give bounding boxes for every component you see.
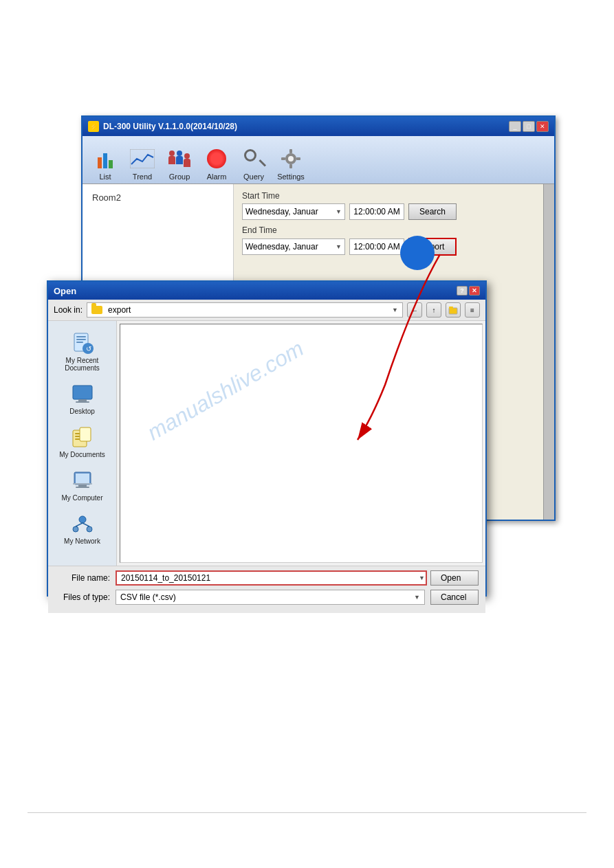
start-date-select[interactable]: Wednesday, Januar ▼: [242, 203, 345, 220]
file-name-dropdown-arrow[interactable]: ▼: [419, 575, 425, 581]
room-item[interactable]: Room2: [88, 190, 228, 205]
my-network-svg: [72, 513, 94, 535]
toolbar-item-group[interactable]: Group: [162, 146, 197, 181]
alarm-icon: [204, 146, 229, 171]
query-label: Query: [243, 173, 264, 181]
place-my-computer[interactable]: My Computer: [48, 464, 116, 507]
toolbar-item-list[interactable]: List: [88, 146, 122, 181]
app-title: DL-300 Utility V.1.1.0.0(2014/10/28): [103, 122, 237, 131]
bottom-separator: [28, 812, 586, 813]
files-of-type-arrow: ▼: [414, 594, 420, 601]
svg-point-30: [79, 516, 86, 523]
nav-up-button[interactable]: ↑: [426, 302, 441, 318]
trend-label: Trend: [133, 173, 152, 181]
svg-point-31: [73, 526, 78, 532]
folder-icon: [91, 306, 102, 314]
svg-rect-27: [78, 485, 87, 487]
my-computer-icon: [72, 469, 94, 491]
file-name-input[interactable]: [116, 570, 427, 586]
files-of-type-row: Files of type: CSV file (*.csv) ▼ Cancel: [55, 590, 479, 605]
app-icon: ⚡: [88, 121, 99, 132]
my-network-label: My Network: [64, 537, 100, 545]
start-date-arrow: ▼: [336, 208, 342, 215]
app-title-left: ⚡ DL-300 Utility V.1.1.0.0(2014/10/28): [88, 121, 237, 132]
svg-rect-5: [281, 157, 285, 160]
open-dialog: Open ? ✕ Look in: export ▼ ← ↑ ≡: [47, 280, 487, 597]
svg-rect-29: [73, 483, 92, 485]
svg-rect-28: [76, 487, 89, 488]
svg-rect-18: [78, 399, 87, 401]
nav-newfolder-button[interactable]: [446, 302, 461, 318]
toolbar-item-alarm[interactable]: Alarm: [199, 146, 234, 181]
files-of-type-label: Files of type:: [55, 592, 110, 602]
settings-label: Settings: [277, 173, 305, 181]
dialog-file-area: [120, 324, 483, 563]
end-date-select[interactable]: Wednesday, Januar ▼: [242, 238, 345, 255]
recent-docs-svg: ↺: [72, 332, 94, 354]
desktop-svg: [72, 383, 94, 405]
svg-rect-8: [449, 308, 457, 314]
maximize-button[interactable]: □: [523, 121, 535, 132]
svg-rect-9: [449, 307, 453, 309]
app-toolbar: List Trend: [83, 136, 554, 184]
alarm-label: Alarm: [207, 173, 227, 181]
place-desktop[interactable]: Desktop: [48, 377, 116, 421]
trend-icon: [130, 146, 155, 171]
place-my-network[interactable]: My Network: [48, 507, 116, 550]
svg-text:↺: ↺: [86, 345, 91, 353]
app-scrollbar[interactable]: [543, 184, 554, 520]
minimize-button[interactable]: _: [509, 121, 521, 132]
nav-back-button[interactable]: ←: [407, 302, 422, 318]
gear-svg: [280, 148, 302, 170]
dialog-cancel-button[interactable]: Cancel: [430, 590, 479, 605]
start-time-section: Start Time Wednesday, Januar ▼ 12:00:00 …: [242, 191, 535, 220]
end-date-arrow: ▼: [336, 243, 342, 250]
group-label: Group: [169, 173, 190, 181]
toolbar-item-settings[interactable]: Settings: [274, 146, 308, 181]
settings-icon: [278, 146, 303, 171]
place-recent-docs[interactable]: ↺ My RecentDocuments: [48, 326, 116, 377]
end-time-spinner[interactable]: 12:00:00 AM: [349, 238, 404, 255]
my-documents-icon: [72, 426, 94, 448]
start-time-spinner[interactable]: 12:00:00 AM: [349, 203, 404, 220]
svg-rect-6: [296, 157, 300, 160]
svg-rect-11: [76, 336, 86, 337]
new-folder-icon: [448, 305, 458, 315]
start-time-row: Wednesday, Januar ▼ 12:00:00 AM Search: [242, 203, 535, 220]
file-name-row: File name: ▼ Open: [55, 570, 479, 586]
svg-rect-16: [73, 386, 92, 399]
dialog-title: Open: [54, 286, 76, 296]
trend-svg: [130, 149, 155, 168]
end-time-row: Wednesday, Januar ▼ 12:00:00 AM Export: [242, 238, 535, 256]
dialog-bottom: File name: ▼ Open Files of type: CSV fil…: [48, 566, 485, 613]
dialog-help-button[interactable]: ?: [457, 286, 468, 296]
look-in-value: export: [108, 305, 131, 315]
look-in-label: Look in:: [54, 305, 83, 315]
group-icon: [167, 146, 192, 171]
toolbar-item-trend[interactable]: Trend: [125, 146, 160, 181]
place-my-documents[interactable]: My Documents: [48, 421, 116, 464]
end-time-label: End Time: [242, 225, 535, 235]
my-computer-label: My Computer: [61, 494, 102, 502]
svg-rect-12: [76, 339, 86, 340]
look-in-select[interactable]: export ▼: [87, 302, 403, 318]
svg-point-2: [288, 156, 294, 162]
file-name-label: File name:: [55, 573, 110, 583]
dialog-win-controls: ? ✕: [457, 286, 480, 296]
svg-line-33: [76, 523, 83, 526]
toolbar-item-query[interactable]: Query: [237, 146, 271, 181]
desktop-icon: [72, 383, 94, 405]
query-icon: [241, 146, 266, 171]
svg-point-32: [87, 526, 92, 532]
export-button[interactable]: Export: [408, 238, 457, 256]
look-in-arrow: ▼: [392, 307, 398, 313]
nav-view-button[interactable]: ≡: [465, 302, 480, 318]
window-controls: _ □ ✕: [509, 121, 549, 132]
my-network-icon: [72, 513, 94, 535]
search-button[interactable]: Search: [408, 203, 457, 220]
my-documents-label: My Documents: [59, 451, 105, 458]
files-of-type-select[interactable]: CSV file (*.csv) ▼: [116, 590, 425, 605]
close-button[interactable]: ✕: [536, 121, 549, 132]
dialog-close-button[interactable]: ✕: [469, 286, 480, 296]
dialog-open-button[interactable]: Open: [430, 570, 479, 586]
